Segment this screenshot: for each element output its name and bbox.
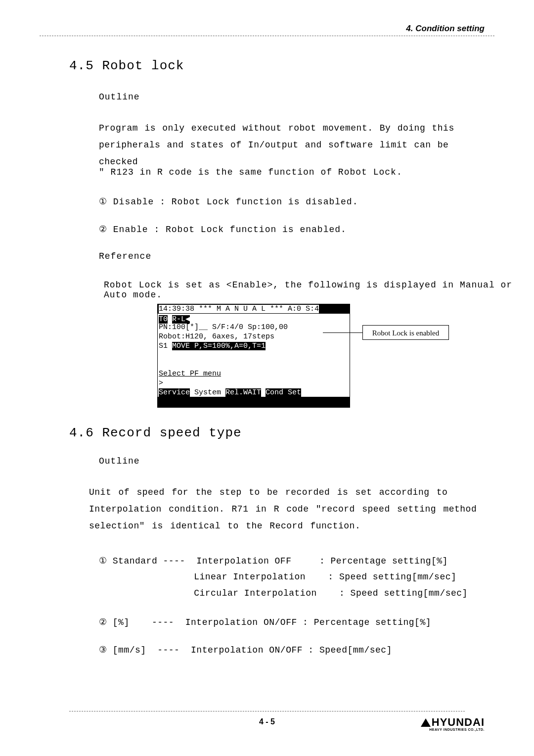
- logo-text: HYUNDAI: [432, 716, 485, 728]
- triangle-icon: [421, 718, 431, 727]
- body-46-paragraph1: Unit of speed for the step to be recorde…: [89, 484, 485, 535]
- screen-service: Service: [159, 388, 190, 397]
- screen-s1: S1: [159, 342, 172, 350]
- screen-asterisks: ***: [266, 305, 288, 313]
- r123-note: " R123 in R code is the same function of…: [99, 167, 402, 177]
- screen-line-4: Robot:H120, 6axes, 17steps: [158, 332, 350, 341]
- screen-time: 14:39:38 ***: [159, 305, 217, 313]
- terminal-screen: 14:39:38 *** M A N U A L *** A:0 S:4 T0 …: [157, 304, 350, 408]
- screen-line-3: PN:100[*]__ S/F:4/0 Sp:100,00: [158, 323, 350, 332]
- option-disable: ① Disable : Robot Lock function is disab…: [99, 196, 358, 207]
- screen-system: System: [190, 388, 225, 397]
- screen-line-5: S1 MOVE P,S=100%,A=0,T=1: [158, 341, 350, 350]
- logo-subtitle: HEAVY INDUSTRIES CO.,LTD.: [421, 728, 485, 731]
- standard-line-3: Circular Interpolation : Speed setting[m…: [99, 585, 468, 601]
- hyundai-logo: HYUNDAI HEAVY INDUSTRIES CO.,LTD.: [421, 716, 485, 731]
- outline-label-46: Outline: [99, 456, 140, 466]
- screen-move-cmd: MOVE P,S=100%,A=0,T=1: [172, 342, 266, 350]
- screen-rl-indicator: R-L◀: [172, 315, 190, 324]
- standard-line-1: ① Standard ---- Interpolation OFF : Perc…: [99, 553, 468, 569]
- callout-connector: [323, 332, 362, 333]
- option-enable: ② Enable : Robot Lock function is enable…: [99, 224, 347, 235]
- screen-t0: T0: [159, 315, 168, 324]
- header-divider: [40, 36, 494, 36]
- screen-gap2: [261, 388, 266, 397]
- screen-a-s: A:0 S:4: [288, 305, 319, 313]
- header-section-label: 4. Condition setting: [406, 24, 485, 34]
- heading-4-6: 4.6 Record speed type: [69, 425, 242, 440]
- screen-blank-2: [158, 360, 350, 369]
- percent-option: ② [%] ---- Interpolation ON/OFF : Percen…: [99, 616, 431, 627]
- screen-line-9: >: [158, 378, 350, 388]
- standard-line-2: Linear Interpolation : Speed setting[mm/…: [99, 569, 468, 585]
- mms-option: ③ [mm/s] ---- Interpolation ON/OFF : Spe…: [99, 644, 392, 655]
- standard-option-block: ① Standard ---- Interpolation OFF : Perc…: [99, 553, 468, 601]
- screen-mode: M A N U A L: [217, 305, 266, 313]
- screen-line-10: Service System Rel.WAIT Cond Set: [158, 388, 350, 397]
- screen-condset: Cond Set: [266, 388, 301, 397]
- screen-blank-1: [158, 350, 350, 360]
- outline-label-45: Outline: [99, 92, 140, 102]
- screen-gap: [168, 315, 172, 324]
- callout-robot-lock: Robot Lock is enabled: [362, 325, 449, 340]
- heading-4-5: 4.5 Robot lock: [69, 58, 184, 73]
- screen-relwait: Rel.WAIT: [225, 388, 261, 397]
- body-45-paragraph1: Program is only executed without robot m…: [99, 120, 485, 171]
- robotlock-set-note: Robot Lock is set as <Enable>, the follo…: [104, 280, 534, 300]
- screen-line-8: Select PF menu: [158, 369, 350, 378]
- footer-divider: [69, 711, 465, 711]
- screen-line-1: 14:39:38 *** M A N U A L *** A:0 S:4: [158, 304, 350, 314]
- screen-line-2: T0 R-L◀: [158, 314, 350, 323]
- reference-label: Reference: [99, 251, 151, 261]
